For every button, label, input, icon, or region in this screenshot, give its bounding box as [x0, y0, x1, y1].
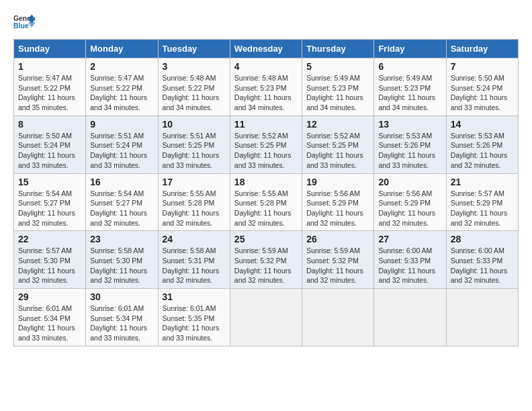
calendar-cell: 7Sunrise: 5:50 AM Sunset: 5:24 PM Daylig…: [446, 58, 518, 116]
day-info: Sunrise: 5:50 AM Sunset: 5:24 PM Dayligh…: [18, 131, 81, 171]
calendar-cell: 15Sunrise: 5:54 AM Sunset: 5:27 PM Dayli…: [14, 173, 86, 231]
calendar-cell: 17Sunrise: 5:55 AM Sunset: 5:28 PM Dayli…: [158, 173, 230, 231]
calendar-cell: 26Sunrise: 5:59 AM Sunset: 5:32 PM Dayli…: [302, 231, 374, 289]
day-info: Sunrise: 5:48 AM Sunset: 5:23 PM Dayligh…: [234, 73, 298, 113]
calendar-cell: 2Sunrise: 5:47 AM Sunset: 5:22 PM Daylig…: [86, 58, 158, 116]
day-number: 17: [163, 177, 226, 187]
day-number: 28: [451, 234, 514, 244]
day-info: Sunrise: 5:49 AM Sunset: 5:23 PM Dayligh…: [378, 73, 441, 113]
calendar-cell: 11Sunrise: 5:52 AM Sunset: 5:25 PM Dayli…: [230, 116, 302, 173]
day-number: 10: [163, 119, 226, 130]
calendar-cell: 8Sunrise: 5:50 AM Sunset: 5:24 PM Daylig…: [14, 116, 86, 173]
calendar-week-1: 1Sunrise: 5:47 AM Sunset: 5:22 PM Daylig…: [14, 58, 519, 116]
calendar-cell: 22Sunrise: 5:57 AM Sunset: 5:30 PM Dayli…: [14, 231, 86, 289]
weekday-header-tuesday: Tuesday: [158, 40, 230, 58]
calendar-body: 1Sunrise: 5:47 AM Sunset: 5:22 PM Daylig…: [14, 58, 519, 347]
calendar-cell: 21Sunrise: 5:57 AM Sunset: 5:29 PM Dayli…: [446, 173, 518, 231]
weekday-header-thursday: Thursday: [302, 40, 374, 58]
day-number: 20: [378, 177, 441, 187]
day-number: 13: [378, 119, 441, 130]
day-info: Sunrise: 5:54 AM Sunset: 5:27 PM Dayligh…: [18, 189, 81, 228]
day-info: Sunrise: 6:01 AM Sunset: 5:34 PM Dayligh…: [18, 304, 81, 343]
calendar-week-3: 15Sunrise: 5:54 AM Sunset: 5:27 PM Dayli…: [14, 173, 519, 231]
day-info: Sunrise: 6:00 AM Sunset: 5:33 PM Dayligh…: [378, 246, 441, 285]
day-number: 11: [234, 119, 298, 130]
calendar-cell: 20Sunrise: 5:56 AM Sunset: 5:29 PM Dayli…: [374, 173, 446, 231]
calendar-week-4: 22Sunrise: 5:57 AM Sunset: 5:30 PM Dayli…: [14, 231, 519, 289]
day-number: 25: [234, 234, 298, 244]
calendar-cell: 14Sunrise: 5:53 AM Sunset: 5:26 PM Dayli…: [446, 116, 518, 173]
day-info: Sunrise: 5:58 AM Sunset: 5:31 PM Dayligh…: [163, 246, 226, 285]
calendar-table: SundayMondayTuesdayWednesdayThursdayFrid…: [13, 39, 519, 347]
calendar-cell: 1Sunrise: 5:47 AM Sunset: 5:22 PM Daylig…: [14, 58, 86, 116]
day-number: 23: [90, 234, 153, 244]
day-number: 21: [451, 177, 514, 187]
calendar-cell: 24Sunrise: 5:58 AM Sunset: 5:31 PM Dayli…: [158, 231, 230, 289]
day-info: Sunrise: 5:56 AM Sunset: 5:29 PM Dayligh…: [378, 189, 441, 228]
day-number: 4: [234, 61, 298, 72]
day-info: Sunrise: 5:52 AM Sunset: 5:25 PM Dayligh…: [234, 131, 298, 171]
day-info: Sunrise: 5:48 AM Sunset: 5:22 PM Dayligh…: [163, 73, 226, 113]
day-info: Sunrise: 5:55 AM Sunset: 5:28 PM Dayligh…: [163, 189, 226, 228]
calendar-cell: 19Sunrise: 5:56 AM Sunset: 5:29 PM Dayli…: [302, 173, 374, 231]
calendar-cell: 29Sunrise: 6:01 AM Sunset: 5:34 PM Dayli…: [14, 289, 86, 347]
day-number: 14: [451, 119, 514, 130]
day-info: Sunrise: 5:56 AM Sunset: 5:29 PM Dayligh…: [306, 189, 369, 228]
day-info: Sunrise: 6:01 AM Sunset: 5:34 PM Dayligh…: [90, 304, 153, 343]
day-info: Sunrise: 5:54 AM Sunset: 5:27 PM Dayligh…: [90, 189, 153, 228]
calendar-cell: 31Sunrise: 6:01 AM Sunset: 5:35 PM Dayli…: [158, 289, 230, 347]
day-info: Sunrise: 5:58 AM Sunset: 5:30 PM Dayligh…: [90, 246, 153, 285]
weekday-header-friday: Friday: [374, 40, 446, 58]
weekday-header-monday: Monday: [86, 40, 158, 58]
calendar-cell: 10Sunrise: 5:51 AM Sunset: 5:25 PM Dayli…: [158, 116, 230, 173]
logo-icon: General Blue: [13, 13, 35, 32]
day-info: Sunrise: 5:53 AM Sunset: 5:26 PM Dayligh…: [378, 131, 441, 171]
calendar-cell: 6Sunrise: 5:49 AM Sunset: 5:23 PM Daylig…: [374, 58, 446, 116]
calendar-cell: 16Sunrise: 5:54 AM Sunset: 5:27 PM Dayli…: [86, 173, 158, 231]
logo: General Blue: [13, 13, 35, 32]
calendar-cell: 30Sunrise: 6:01 AM Sunset: 5:34 PM Dayli…: [86, 289, 158, 347]
calendar-cell: 3Sunrise: 5:48 AM Sunset: 5:22 PM Daylig…: [158, 58, 230, 116]
day-info: Sunrise: 5:49 AM Sunset: 5:23 PM Dayligh…: [306, 73, 369, 113]
day-number: 26: [306, 234, 369, 244]
day-info: Sunrise: 5:52 AM Sunset: 5:25 PM Dayligh…: [306, 131, 369, 171]
calendar-cell: [302, 289, 374, 347]
day-number: 6: [378, 61, 441, 72]
day-info: Sunrise: 5:53 AM Sunset: 5:26 PM Dayligh…: [451, 131, 514, 171]
day-number: 27: [378, 234, 441, 244]
day-number: 30: [90, 291, 153, 302]
day-number: 29: [18, 291, 81, 302]
calendar-cell: 28Sunrise: 6:00 AM Sunset: 5:33 PM Dayli…: [446, 231, 518, 289]
day-info: Sunrise: 5:50 AM Sunset: 5:24 PM Dayligh…: [451, 73, 514, 113]
calendar-cell: 23Sunrise: 5:58 AM Sunset: 5:30 PM Dayli…: [86, 231, 158, 289]
calendar-cell: 18Sunrise: 5:55 AM Sunset: 5:28 PM Dayli…: [230, 173, 302, 231]
calendar-cell: 12Sunrise: 5:52 AM Sunset: 5:25 PM Dayli…: [302, 116, 374, 173]
day-number: 5: [306, 61, 369, 72]
calendar-cell: 27Sunrise: 6:00 AM Sunset: 5:33 PM Dayli…: [374, 231, 446, 289]
header: General Blue: [13, 13, 519, 32]
day-number: 3: [163, 61, 226, 72]
calendar-week-5: 29Sunrise: 6:01 AM Sunset: 5:34 PM Dayli…: [14, 289, 519, 347]
day-info: Sunrise: 5:59 AM Sunset: 5:32 PM Dayligh…: [234, 246, 298, 285]
calendar-cell: [374, 289, 446, 347]
day-number: 18: [234, 177, 298, 187]
weekday-header-row: SundayMondayTuesdayWednesdayThursdayFrid…: [14, 40, 519, 58]
day-number: 9: [90, 119, 153, 130]
day-info: Sunrise: 5:55 AM Sunset: 5:28 PM Dayligh…: [234, 189, 298, 228]
weekday-header-sunday: Sunday: [14, 40, 86, 58]
day-number: 31: [163, 291, 226, 302]
calendar-cell: 13Sunrise: 5:53 AM Sunset: 5:26 PM Dayli…: [374, 116, 446, 173]
day-number: 1: [18, 61, 81, 72]
calendar-cell: [230, 289, 302, 347]
day-info: Sunrise: 5:59 AM Sunset: 5:32 PM Dayligh…: [306, 246, 369, 285]
calendar-week-2: 8Sunrise: 5:50 AM Sunset: 5:24 PM Daylig…: [14, 116, 519, 173]
day-info: Sunrise: 5:47 AM Sunset: 5:22 PM Dayligh…: [18, 73, 81, 113]
day-info: Sunrise: 5:57 AM Sunset: 5:30 PM Dayligh…: [18, 246, 81, 285]
calendar-cell: 5Sunrise: 5:49 AM Sunset: 5:23 PM Daylig…: [302, 58, 374, 116]
day-info: Sunrise: 5:47 AM Sunset: 5:22 PM Dayligh…: [90, 73, 153, 113]
day-number: 16: [90, 177, 153, 187]
day-info: Sunrise: 5:57 AM Sunset: 5:29 PM Dayligh…: [451, 189, 514, 228]
day-number: 8: [18, 119, 81, 130]
day-info: Sunrise: 5:51 AM Sunset: 5:24 PM Dayligh…: [90, 131, 153, 171]
day-number: 19: [306, 177, 369, 187]
